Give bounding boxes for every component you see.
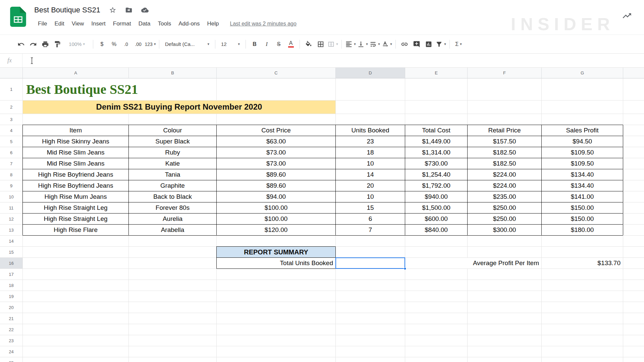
cell-E8[interactable]: $1,254.40: [405, 169, 467, 180]
menu-help[interactable]: Help: [204, 19, 223, 28]
cell-F19[interactable]: [467, 291, 541, 302]
cell-E4[interactable]: Total Cost: [405, 125, 467, 136]
cell-E9[interactable]: $1,792.00: [405, 180, 467, 191]
cell-B22[interactable]: [128, 324, 216, 335]
cell-G5[interactable]: $94.50: [541, 136, 623, 147]
cell-B10[interactable]: Back to Black: [128, 191, 216, 202]
cell-D6[interactable]: 18: [335, 147, 405, 158]
cell-C9[interactable]: $89.60: [216, 180, 335, 191]
cell-F25[interactable]: [467, 357, 541, 362]
cell-E1[interactable]: [405, 78, 467, 100]
row-header-10[interactable]: 10: [0, 191, 22, 202]
cell-A1[interactable]: Best Boutique SS21: [22, 78, 128, 100]
filter-button[interactable]: ▾: [435, 39, 446, 50]
cell-post-G-8[interactable]: [623, 169, 644, 180]
cell-A8[interactable]: High Rise Boyfriend Jeans: [22, 169, 128, 180]
cell-G9[interactable]: $134.40: [541, 180, 623, 191]
cell-F5[interactable]: $157.50: [467, 136, 541, 147]
cell-C24[interactable]: [216, 346, 335, 357]
cell-D21[interactable]: [335, 313, 405, 324]
cell-F20[interactable]: [467, 302, 541, 313]
cell-E13[interactable]: $840.00: [405, 224, 467, 235]
cell-A18[interactable]: [22, 280, 128, 291]
cell-C1[interactable]: [216, 78, 335, 100]
cell-B14[interactable]: [128, 235, 216, 246]
cell-B12[interactable]: Aurelia: [128, 213, 216, 224]
italic-button[interactable]: I: [261, 39, 272, 50]
cell-G7[interactable]: $109.50: [541, 158, 623, 169]
cell-D16[interactable]: [335, 257, 405, 268]
row-header-15[interactable]: 15: [0, 246, 22, 257]
cell-C19[interactable]: [216, 291, 335, 302]
cell-G16[interactable]: $133.70: [541, 257, 623, 268]
cell-C6[interactable]: $73.00: [216, 147, 335, 158]
document-title[interactable]: Best Boutique SS21: [34, 6, 100, 14]
cell-E14[interactable]: [405, 235, 467, 246]
row-header-21[interactable]: 21: [0, 313, 22, 324]
cell-C20[interactable]: [216, 302, 335, 313]
cell-B18[interactable]: [128, 280, 216, 291]
row-header-20[interactable]: 20: [0, 302, 22, 313]
cell-E21[interactable]: [405, 313, 467, 324]
insert-link-button[interactable]: [399, 39, 410, 50]
cell-F15[interactable]: [467, 246, 541, 257]
cell-G3[interactable]: [541, 114, 623, 125]
column-header-partial[interactable]: [623, 68, 644, 78]
row-header-6[interactable]: 6: [0, 147, 22, 158]
cell-F7[interactable]: $182.50: [467, 158, 541, 169]
last-edit-link[interactable]: Last edit was 2 minutes ago: [230, 21, 297, 27]
cell-E5[interactable]: $1,449.00: [405, 136, 467, 147]
cell-F1[interactable]: [467, 78, 541, 100]
cell-D17[interactable]: [335, 268, 405, 280]
text-rotation-button[interactable]: ▾: [381, 39, 392, 50]
increase-decimal-button[interactable]: .00: [132, 39, 144, 50]
cell-D5[interactable]: 23: [335, 136, 405, 147]
cell-B17[interactable]: [128, 268, 216, 280]
cell-E6[interactable]: $1,314.00: [405, 147, 467, 158]
cell-C15[interactable]: REPORT SUMMARY: [216, 246, 335, 257]
cell-post-G-3[interactable]: [623, 114, 644, 125]
cell-F4[interactable]: Retail Price: [467, 125, 541, 136]
font-select[interactable]: Default (Ca...▾: [162, 39, 212, 50]
cell-E19[interactable]: [405, 291, 467, 302]
cell-C3[interactable]: [216, 114, 335, 125]
cell-D9[interactable]: 20: [335, 180, 405, 191]
cell-C12[interactable]: $100.00: [216, 213, 335, 224]
column-header-G[interactable]: G: [541, 68, 623, 78]
menu-insert[interactable]: Insert: [88, 19, 109, 28]
cell-post-G-20[interactable]: [623, 302, 644, 313]
text-color-button[interactable]: A: [285, 39, 297, 50]
cell-A25[interactable]: [22, 357, 128, 362]
cell-C17[interactable]: [216, 268, 335, 280]
column-header-D[interactable]: D: [335, 68, 405, 78]
cell-B4[interactable]: Colour: [128, 125, 216, 136]
cell-A7[interactable]: Mid Rise Slim Jeans: [22, 158, 128, 169]
horizontal-align-button[interactable]: ▾: [345, 39, 356, 50]
cell-G13[interactable]: $180.00: [541, 224, 623, 235]
cell-D2[interactable]: [335, 100, 405, 114]
cell-post-G-1[interactable]: [623, 78, 644, 100]
cell-G12[interactable]: $150.00: [541, 213, 623, 224]
cell-E25[interactable]: [405, 357, 467, 362]
row-header-11[interactable]: 11: [0, 202, 22, 213]
cell-G10[interactable]: $141.00: [541, 191, 623, 202]
merge-cells-button[interactable]: ▾: [327, 39, 338, 50]
insert-comment-button[interactable]: [411, 39, 422, 50]
cell-G23[interactable]: [541, 335, 623, 346]
cell-D19[interactable]: [335, 291, 405, 302]
cell-G15[interactable]: [541, 246, 623, 257]
sheets-logo-icon[interactable]: [10, 7, 26, 27]
borders-button[interactable]: [315, 39, 326, 50]
decrease-decimal-button[interactable]: .0: [120, 39, 132, 50]
cell-D4[interactable]: Units Booked: [335, 125, 405, 136]
cell-C22[interactable]: [216, 324, 335, 335]
row-header-5[interactable]: 5: [0, 136, 22, 147]
menu-addons[interactable]: Add-ons: [175, 19, 203, 28]
cell-C13[interactable]: $120.00: [216, 224, 335, 235]
cell-D25[interactable]: [335, 357, 405, 362]
cell-post-G-5[interactable]: [623, 136, 644, 147]
cell-A21[interactable]: [22, 313, 128, 324]
cell-E17[interactable]: [405, 268, 467, 280]
cell-G20[interactable]: [541, 302, 623, 313]
cell-F11[interactable]: $250.00: [467, 202, 541, 213]
